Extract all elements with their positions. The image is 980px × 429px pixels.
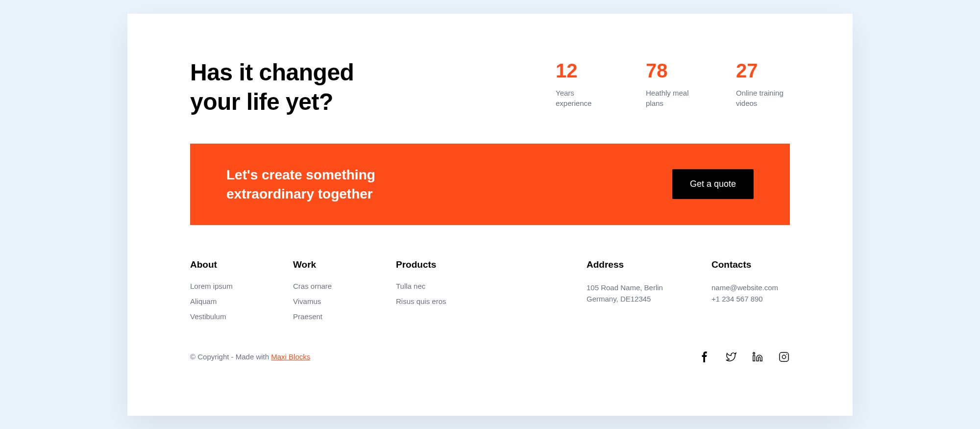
svg-point-1 [782,355,785,358]
svg-point-2 [786,353,787,354]
stat-label: Heathly meal plans [646,88,700,109]
footer-columns: About Lorem ipsum Aliquam Vestibulum Wor… [190,259,790,328]
work-link-2[interactable]: Vivamus [293,297,357,305]
col-about: About Lorem ipsum Aliquam Vestibulum [190,259,254,328]
col-address: Address 105 Road Name, Berlin Germany, D… [587,259,672,328]
headline: Has it changed your life yet? [190,58,354,117]
about-link-2[interactable]: Aliquam [190,297,254,305]
products-link-1[interactable]: Tulla nec [396,282,469,290]
contact-email: name@website.com [711,282,790,293]
about-link-1[interactable]: Lorem ipsum [190,282,254,290]
col-title: Work [293,259,357,270]
col-title: Contacts [711,259,790,270]
spacer [509,259,547,328]
stat-value: 12 [556,60,610,82]
cta-text: Let's create something extraordinary tog… [226,165,375,203]
copyright: © Copyright - Made with Maxi Blocks [190,353,310,361]
work-link-3[interactable]: Praesent [293,312,357,321]
products-link-2[interactable]: Risus quis eros [396,297,469,305]
col-title: Address [587,259,672,270]
headline-line2: your life yet? [190,89,333,115]
stat-value: 27 [736,60,790,82]
twitter-icon[interactable] [725,351,737,363]
headline-line1: Has it changed [190,59,354,85]
bottom-row: © Copyright - Made with Maxi Blocks [190,351,790,363]
get-quote-button[interactable]: Get a quote [672,169,754,199]
stats-group: 12 Years experience 78 Heathly meal plan… [556,60,790,109]
hero-row: Has it changed your life yet? 12 Years e… [190,58,790,117]
col-work: Work Cras ornare Vivamus Praesent [293,259,357,328]
work-link-1[interactable]: Cras ornare [293,282,357,290]
stat-meal-plans: 78 Heathly meal plans [646,60,700,109]
stat-label: Online training videos [736,88,790,109]
col-title: About [190,259,254,270]
svg-rect-0 [780,353,788,361]
social-icons [699,351,790,363]
cta-line2: extraordinary together [226,186,373,202]
stat-videos: 27 Online training videos [736,60,790,109]
facebook-icon[interactable] [699,351,710,363]
stat-value: 78 [646,60,700,82]
instagram-icon[interactable] [778,351,790,363]
cta-banner: Let's create something extraordinary tog… [190,144,790,225]
address-line2: Germany, DE12345 [587,293,672,304]
col-contacts: Contacts name@website.com +1 234 567 890 [711,259,790,328]
copyright-text: © Copyright - Made with [190,353,271,361]
stat-years: 12 Years experience [556,60,610,109]
footer-block: Has it changed your life yet? 12 Years e… [127,14,853,416]
about-link-3[interactable]: Vestibulum [190,312,254,321]
col-products: Products Tulla nec Risus quis eros [396,259,469,328]
stat-label: Years experience [556,88,610,109]
col-title: Products [396,259,469,270]
linkedin-icon[interactable] [752,351,763,363]
contact-phone: +1 234 567 890 [711,293,790,304]
address-line1: 105 Road Name, Berlin [587,282,672,293]
maxi-blocks-link[interactable]: Maxi Blocks [271,353,310,361]
cta-line1: Let's create something [226,167,375,182]
